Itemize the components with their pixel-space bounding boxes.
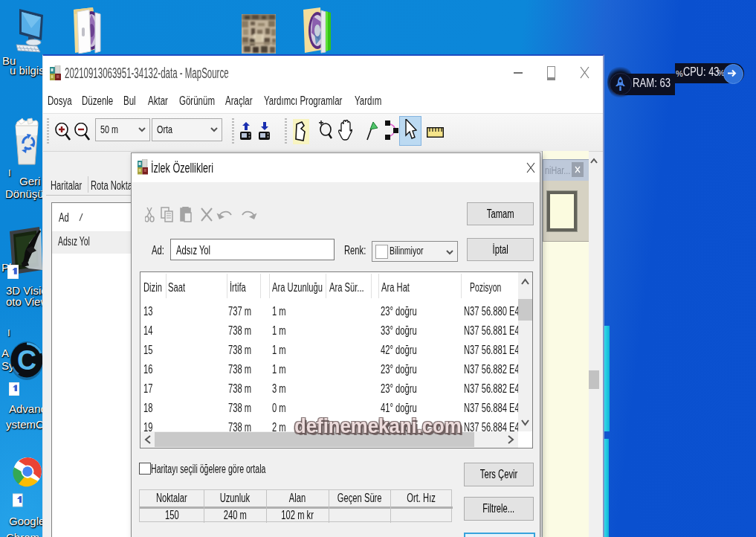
svg-text:C: C: [17, 345, 36, 376]
